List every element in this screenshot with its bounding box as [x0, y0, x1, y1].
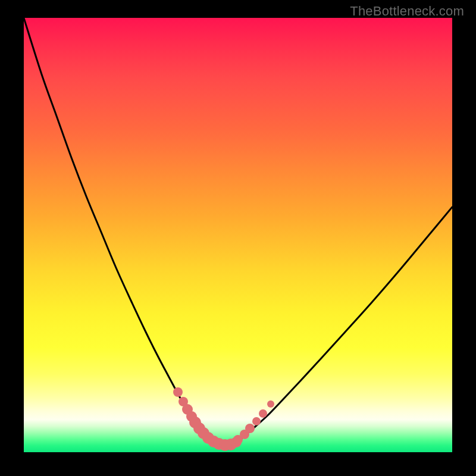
chart-frame: TheBottleneck.com	[0, 0, 476, 476]
marker-dots-group	[173, 387, 274, 451]
marker-dot	[267, 400, 274, 408]
marker-dots-layer	[24, 18, 452, 452]
marker-dot	[245, 424, 255, 433]
marker-dot	[259, 409, 267, 418]
marker-dot	[173, 387, 183, 397]
plot-area	[24, 18, 452, 452]
watermark-text: TheBottleneck.com	[350, 4, 464, 19]
marker-dot	[252, 417, 261, 425]
